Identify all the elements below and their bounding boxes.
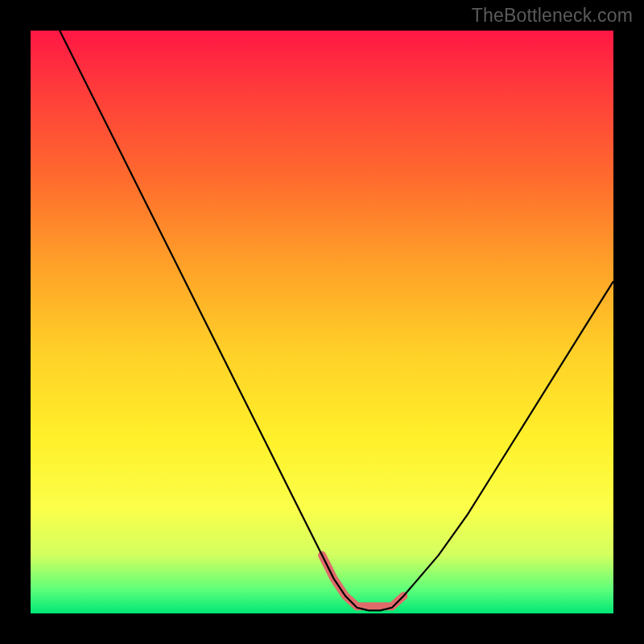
chart-plot-area bbox=[31, 31, 613, 613]
bottleneck-curve bbox=[60, 31, 613, 610]
chart-frame: TheBottleneck.com bbox=[0, 0, 644, 644]
chart-svg bbox=[31, 31, 613, 613]
watermark-text: TheBottleneck.com bbox=[472, 5, 633, 27]
